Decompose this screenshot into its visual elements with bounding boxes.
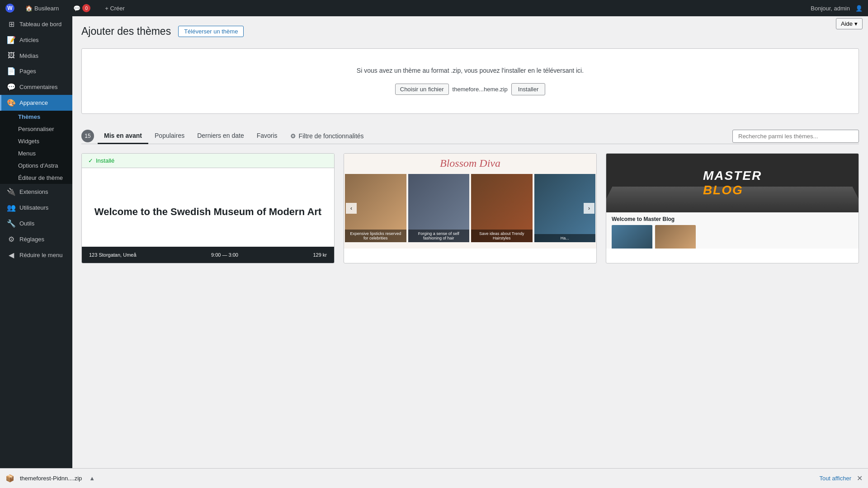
sidebar-item-label: Articles — [19, 37, 39, 43]
close-download-button[interactable]: ✕ — [857, 474, 863, 483]
chevron-up-icon[interactable]: ▲ — [89, 475, 95, 482]
carousel-next-button[interactable]: › — [584, 203, 594, 214]
utilisateurs-icon: 👥 — [7, 203, 16, 212]
filter-tab-favoris[interactable]: Favoris — [250, 128, 284, 144]
sidebar-item-extensions[interactable]: 🔌 Extensions — [0, 184, 72, 200]
carousel-prev-button[interactable]: ‹ — [346, 203, 357, 214]
sidebar-item-utilisateurs[interactable]: 👥 Utilisateurs — [0, 200, 72, 216]
comments-count: 0 — [82, 4, 90, 12]
sidebar-item-articles[interactable]: 📝 Articles — [0, 32, 72, 48]
site-name: Busilearn — [34, 5, 59, 12]
dashboard-icon: ⊞ — [7, 20, 16, 28]
swedish-address: 123 Storgatan, Umeå — [89, 252, 137, 258]
swedish-hours: 9:00 — 3:00 — [211, 252, 238, 258]
download-file-icon: 📦 — [5, 474, 14, 483]
checkmark-icon: ✓ — [88, 157, 93, 164]
sidebar-item-widgets[interactable]: Widgets — [0, 135, 72, 147]
sidebar-item-label: Commentaires — [19, 84, 58, 90]
swedish-footer: 123 Storgatan, Umeå 9:00 — 3:00 129 kr — [82, 247, 334, 263]
upload-description: Si vous avez un thème au format .zip, vo… — [100, 67, 840, 74]
wp-logo-icon[interactable]: W — [5, 4, 14, 13]
sidebar-item-label: Médias — [19, 52, 38, 59]
sidebar-item-editeur-theme[interactable]: Éditeur de thème — [0, 172, 72, 184]
admin-bar: W 🏠 Busilearn 💬 0 + Créer Bonjour, admin… — [0, 0, 868, 16]
sidebar-item-label: Réglages — [19, 236, 44, 243]
sidebar-item-options-astra[interactable]: Options d'Astra — [0, 160, 72, 172]
file-name-label: themefore...heme.zip — [453, 86, 508, 93]
page-header: Ajouter des thèmes Téléverser un thème — [81, 25, 859, 38]
sidebar-item-label: Tableau de bord — [19, 21, 61, 28]
commentaires-icon: 💬 — [7, 83, 16, 91]
sidebar-item-pages[interactable]: 📄 Pages — [0, 63, 72, 79]
sidebar-item-reglages[interactable]: ⚙ Réglages — [0, 231, 72, 247]
sidebar-item-themes[interactable]: Thèmes — [0, 111, 72, 123]
filter-tab-derniers[interactable]: Derniers en date — [191, 128, 250, 144]
comments-icon: 💬 — [73, 5, 80, 12]
create-label: + Créer — [105, 5, 125, 12]
filter-features-label: Filtre de fonctionnalités — [299, 132, 364, 140]
installed-badge: ✓ Installé — [82, 154, 334, 168]
master-posts — [612, 225, 853, 249]
blossom-image-2: Forging a sense of self fashioning of ha… — [408, 174, 470, 242]
sidebar-item-medias[interactable]: 🖼 Médias — [0, 48, 72, 63]
filter-tab-mis-en-avant[interactable]: Mis en avant — [98, 128, 148, 144]
greeting-text: Bonjour, admin — [811, 5, 850, 12]
articles-icon: 📝 — [7, 36, 16, 44]
outils-icon: 🔧 — [7, 219, 16, 228]
filter-tab-populaires[interactable]: Populaires — [148, 128, 191, 144]
sidebar-item-outils[interactable]: 🔧 Outils — [0, 216, 72, 231]
search-themes-input[interactable] — [732, 130, 859, 143]
swedish-theme-title: Welcome to the Swedish Museum of Modern … — [94, 206, 321, 218]
download-filename: themeforest-Pidnn....zip — [20, 475, 82, 482]
blossom-caption-2: Forging a sense of self fashioning of ha… — [408, 230, 470, 242]
download-right: Tout afficher ✕ — [819, 474, 863, 483]
show-all-button[interactable]: Tout afficher — [819, 475, 851, 482]
sidebar-item-dashboard[interactable]: ⊞ Tableau de bord — [0, 16, 72, 32]
choose-file-button[interactable]: Choisir un fichier — [395, 84, 449, 95]
install-button[interactable]: Installer — [511, 83, 546, 95]
sidebar-item-label: Pages — [19, 68, 36, 75]
blossom-title: Blossom Diva — [344, 154, 596, 173]
theme-grid: ✓ Installé Welcome to the Swedish Museum… — [81, 153, 859, 263]
pages-icon: 📄 — [7, 67, 16, 75]
adminbar-create[interactable]: + Créer — [101, 5, 128, 12]
sidebar-item-menus[interactable]: Menus — [0, 147, 72, 160]
sidebar-item-label: Outils — [19, 220, 34, 227]
master-hero: MASTER Blog — [606, 154, 859, 212]
master-post-image-2 — [655, 225, 696, 249]
blossom-caption-3: Save ideas about Trendy Hairstyles — [471, 230, 533, 242]
blossom-theme-preview[interactable]: Blossom Diva ‹ Expensive lipsticks reser… — [344, 154, 596, 249]
sidebar-item-label: Utilisateurs — [19, 204, 48, 211]
theme-card-blossom: Blossom Diva ‹ Expensive lipsticks reser… — [344, 153, 597, 263]
master-content: Welcome to Master Blog — [606, 212, 859, 249]
sidebar-submenu: Thèmes Personnaliser Widgets Menus Optio… — [0, 111, 72, 184]
reglages-icon: ⚙ — [7, 235, 16, 244]
adminbar-site[interactable]: 🏠 Busilearn — [22, 5, 62, 12]
page-title: Ajouter des thèmes — [81, 25, 171, 38]
theme-card-swedish: ✓ Installé Welcome to the Swedish Museum… — [81, 153, 335, 263]
filter-features-button[interactable]: ⚙ Filtre de fonctionnalités — [284, 129, 370, 143]
download-actions: ▲ — [89, 475, 95, 482]
file-upload-row: Choisir un fichier themefore...heme.zip … — [100, 83, 840, 95]
swedish-theme-preview[interactable]: Welcome to the Swedish Museum of Modern … — [82, 168, 334, 263]
theme-card-master: MASTER Blog Welcome to Master Blog — [606, 153, 859, 263]
upload-theme-button[interactable]: Téléverser un thème — [178, 26, 244, 37]
help-label: Aide — [841, 20, 853, 27]
master-theme-preview[interactable]: MASTER Blog Welcome to Master Blog — [606, 154, 859, 249]
installed-label: Installé — [96, 157, 114, 164]
apparence-icon: 🎨 — [7, 99, 16, 107]
master-subtitle: Blog — [703, 183, 743, 197]
upload-section: Si vous avez un thème au format .zip, vo… — [81, 48, 859, 114]
swedish-price: 129 kr — [313, 252, 327, 258]
help-button[interactable]: Aide ▾ — [836, 18, 863, 29]
blossom-caption-4: Ha... — [534, 234, 596, 242]
chevron-down-icon: ▾ — [854, 20, 858, 27]
admin-avatar-icon: 👤 — [855, 5, 863, 12]
sidebar-item-commentaires[interactable]: 💬 Commentaires — [0, 79, 72, 95]
sidebar-item-label: Extensions — [19, 188, 48, 195]
sidebar-item-personnaliser[interactable]: Personnaliser — [0, 123, 72, 135]
sidebar-item-label: Réduire le menu — [19, 252, 62, 258]
adminbar-comments[interactable]: 💬 0 — [70, 4, 94, 12]
sidebar-item-apparence[interactable]: 🎨 Apparence — [0, 95, 72, 111]
sidebar-item-reduire[interactable]: ◀ Réduire le menu — [0, 247, 72, 263]
